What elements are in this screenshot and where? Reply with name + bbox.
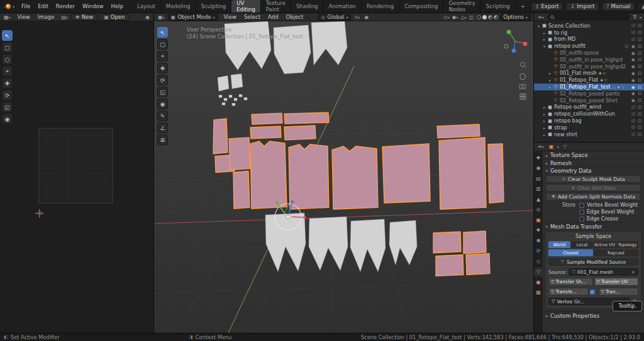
image-browse-icon[interactable]: ▤▾ (60, 14, 69, 20)
scene-selector[interactable]: ▲Scene▾ (638, 3, 644, 11)
disclosure-triangle-icon[interactable]: ▾ (536, 24, 541, 28)
transfer-uv-button[interactable]: ▽ Transfer UV (594, 278, 639, 286)
toolbar-tool[interactable]: ▢ (2, 42, 13, 53)
outliner-row[interactable]: ▸ ▦ to rig ☑ ⊡ (534, 30, 644, 36)
visibility-toggles[interactable]: ☑ ⊡ (631, 37, 642, 42)
outliner-row[interactable]: ▸ ▦ new shirt ☑ ⊡ (534, 131, 644, 138)
disclosure-triangle-icon[interactable]: ▸ (547, 85, 553, 89)
outliner-row[interactable]: ▽ 00_outfit_in pose_highpd2 ◉ ⊡ (534, 63, 644, 70)
toolbar-tool[interactable]: ⟳ (2, 90, 13, 100)
disclosure-triangle-icon[interactable]: ▸ (541, 119, 547, 123)
select-visibility-icon[interactable]: ◇▾ (442, 14, 450, 20)
editor-type-icon[interactable]: ≡▾ (536, 14, 545, 20)
toolbar-tool[interactable]: ✎ (157, 111, 168, 121)
visibility-toggles[interactable]: ◉ ⊡ (631, 91, 642, 96)
menu-item[interactable]: Edit (34, 0, 52, 13)
uv-canvas[interactable]: ↖ ▢ ○ ⌖ ✚ ⟳ ◱ ◉ (0, 21, 153, 333)
checkbox-row[interactable]: Store Vertex Bevel Weight (543, 202, 644, 208)
visibility-toggles[interactable]: ☑ ⊡ (631, 132, 642, 137)
segmented-option[interactable]: World (548, 241, 570, 248)
outliner-options-icon[interactable]: ▾ (640, 15, 641, 19)
properties-tab[interactable]: ✽ (534, 236, 543, 245)
properties-tab[interactable]: ● (534, 278, 543, 286)
workspace-tab[interactable]: Modeling (161, 0, 196, 13)
wireframe-shading-button[interactable] (477, 15, 481, 19)
snap-magnet-icon[interactable]: ∩▾ (353, 14, 361, 20)
segmented-option[interactable]: Local (571, 241, 593, 248)
new-image-button[interactable]: ✚New (71, 14, 97, 21)
segmented-option[interactable]: Closest (548, 249, 593, 256)
visibility-toggles[interactable]: ◉ ⊡ (631, 78, 642, 83)
gizmos-icon[interactable]: ◉▾ (450, 14, 459, 20)
segmented-option[interactable]: Active UV (594, 241, 616, 248)
visibility-toggles[interactable]: ◉ ⊡ (631, 85, 642, 90)
menu-item[interactable]: File (18, 0, 34, 13)
visibility-toggles[interactable]: ☑ ⊡ (631, 112, 642, 117)
segmented-option[interactable]: Raycast (594, 249, 638, 256)
properties-tab[interactable]: ▲ (534, 195, 543, 203)
toolbar-tool[interactable]: ↖ (2, 30, 13, 41)
options-dropdown[interactable]: Options▾ (500, 14, 531, 21)
workspace-tab[interactable]: Texture Paint (261, 0, 291, 13)
transfer-partial-button[interactable]: ▽ Tran... (599, 288, 639, 296)
transfer-attributes-button[interactable]: ▽ Transfe... (548, 288, 589, 296)
disclosure-triangle-icon[interactable]: ▸ (541, 133, 547, 137)
toolbar-tool[interactable]: ∠ (157, 122, 168, 133)
disclosure-triangle-icon[interactable]: ▾ (541, 44, 547, 48)
clear-source-icon[interactable]: × (631, 269, 635, 275)
outliner-row[interactable]: ▸ ▦ retopo bag ☑ ⊡ (534, 117, 644, 124)
properties-tab[interactable]: ▽ (534, 268, 543, 276)
outliner-row[interactable]: ▸ ▦ from MD ☑ ⊡ (534, 36, 644, 43)
editor-type-icon[interactable]: ≡▾ (536, 144, 545, 149)
manual-button[interactable]: ?Manual (602, 3, 635, 11)
toolbar-tool[interactable]: ▢ (157, 39, 168, 50)
checkbox[interactable] (579, 217, 584, 222)
workspace-tab[interactable]: Animation (323, 0, 361, 13)
export-button[interactable]: ↥Export (531, 3, 564, 11)
visibility-toggles[interactable]: ☑ ⊡ (631, 125, 642, 130)
pivot-icon[interactable]: ◉ (144, 14, 151, 20)
properties-tab[interactable]: ◎ (534, 205, 543, 214)
visibility-toggles[interactable]: ☑ ⊡ (631, 23, 642, 28)
visibility-toggles[interactable]: ◉ ⊡ (631, 64, 642, 69)
workspace-tab[interactable]: Scripting (481, 0, 516, 13)
source-dropdown[interactable]: ▽ 001_Flat mesh × (569, 268, 638, 276)
outliner-row[interactable]: ▸ ▦ strap ☑ ⊡ (534, 124, 644, 131)
checkbox[interactable] (579, 210, 584, 215)
toolbar-tool[interactable]: ↖ (157, 27, 168, 38)
open-image-button[interactable]: ▣Open (99, 14, 129, 21)
transfer-shape-button[interactable]: ▽ Transfer Sh... (548, 278, 593, 286)
outliner-row[interactable]: ▾ ▦ retopo outfit ☑ ◉ ⊡ (534, 43, 644, 50)
workspace-tab[interactable]: Layout (132, 0, 161, 13)
workspace-tab[interactable]: UV Editing (231, 0, 261, 13)
editor-type-icon[interactable]: ▣▾ (157, 14, 166, 20)
disclosure-triangle-icon[interactable]: ▸ (541, 105, 547, 109)
menu-item[interactable]: Object (282, 14, 308, 20)
properties-tab[interactable]: ▤ (534, 174, 543, 183)
outliner-search-input[interactable] (547, 14, 630, 20)
checkbox-row[interactable]: Edge Crease (543, 215, 644, 222)
properties-tab[interactable]: ⟳ (534, 247, 543, 256)
properties-tab[interactable]: ✚ (534, 226, 543, 235)
checkbox-row[interactable]: Edge Bevel Weight (543, 208, 644, 215)
properties-tab[interactable]: ◉ (534, 164, 543, 173)
workspace-tab[interactable]: Shading (291, 0, 324, 13)
menu-item[interactable]: Add (264, 14, 282, 20)
toolbar-tool[interactable]: ◉ (2, 114, 13, 124)
toolbar-tool[interactable]: ◉ (157, 99, 168, 109)
sample-modified-source-button[interactable]: ▽ Sample Modified Source (548, 258, 638, 266)
segmented-option[interactable]: Topology (616, 241, 638, 248)
toolbar-tool[interactable]: ✚ (157, 63, 168, 73)
blender-menu-button[interactable]: ▾ (0, 0, 18, 13)
properties-tab[interactable]: ▥ (534, 185, 543, 193)
workspace-tab[interactable]: + (516, 0, 531, 13)
clear-skin-data-button[interactable]: × Clear Skin Data (546, 184, 641, 192)
toolbar-tool[interactable]: ○ (2, 54, 13, 65)
visibility-toggles[interactable]: ☑ ◉ ⊡ (625, 44, 642, 49)
outliner-row[interactable]: ▸ ▽ 01_Retopo_Flat ✚ ▽ ◉ ⊡ (534, 77, 644, 84)
properties-tab[interactable]: ◇ (534, 257, 543, 266)
menu-item[interactable]: View (14, 14, 34, 20)
visibility-toggles[interactable]: ☑ ⊡ (631, 30, 642, 35)
xray-toggle-icon[interactable]: ◫ (468, 14, 475, 20)
menu-item[interactable]: Image (34, 14, 58, 20)
